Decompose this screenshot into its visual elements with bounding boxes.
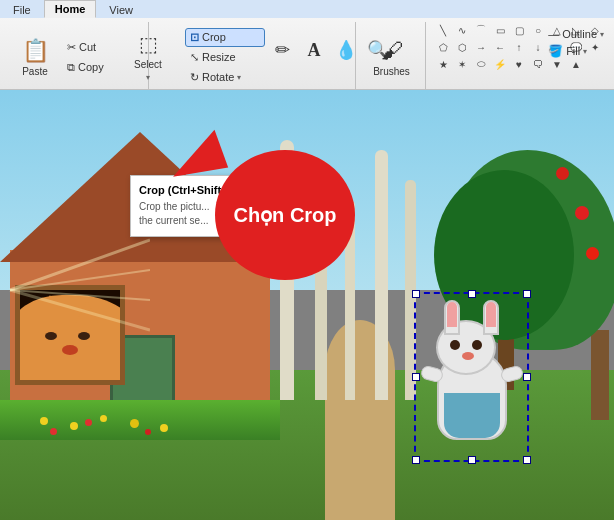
handle-top-right[interactable] bbox=[523, 290, 531, 298]
resize-icon: ⤡ bbox=[190, 51, 199, 64]
pencil-button[interactable]: ✏ bbox=[267, 22, 297, 78]
shape-round-rect[interactable]: ▢ bbox=[510, 22, 528, 38]
tab-view[interactable]: View bbox=[98, 1, 144, 18]
crop-icon: ⊡ bbox=[190, 31, 199, 44]
select-button[interactable]: ⬚ Select ▾ bbox=[113, 31, 183, 83]
ribbon-tab-bar: File Home View bbox=[0, 0, 614, 18]
shape-hexagon[interactable]: ⬡ bbox=[453, 39, 471, 55]
resize-button[interactable]: ⤡ Resize bbox=[185, 48, 265, 67]
shape-rect[interactable]: ▭ bbox=[491, 22, 509, 38]
pencil-icon: ✏ bbox=[275, 39, 290, 61]
callout-text: Chọn Crop bbox=[233, 202, 336, 228]
ribbon: File Home View 📋 Paste ✂ Cut ⧉ Copy bbox=[0, 0, 614, 90]
fill-button[interactable]: 🪣 Fill ▾ bbox=[548, 44, 604, 58]
outline-chevron-icon: ▾ bbox=[600, 30, 604, 39]
select-chevron-icon: ▾ bbox=[146, 73, 150, 82]
cut-icon: ✂ bbox=[67, 41, 76, 54]
select-col: ⬚ Select ▾ bbox=[113, 31, 183, 83]
canvas-area[interactable]: Crop (Ctrl+Shift... Crop the pictu... th… bbox=[0, 90, 614, 520]
cut-label: Cut bbox=[79, 41, 96, 53]
outline-icon: — bbox=[548, 28, 559, 40]
shape-freeform[interactable]: ⌒ bbox=[472, 22, 490, 38]
svg-line-1 bbox=[10, 240, 150, 290]
rotate-icon: ↻ bbox=[190, 71, 199, 84]
text-button[interactable]: A bbox=[299, 22, 329, 78]
handle-top-center[interactable] bbox=[468, 290, 476, 298]
red-callout: Chọn Crop bbox=[215, 150, 355, 280]
shape-star5[interactable]: ★ bbox=[434, 56, 452, 72]
handle-bot-right[interactable] bbox=[523, 456, 531, 464]
handle-mid-left[interactable] bbox=[412, 373, 420, 381]
fill-label: Fill bbox=[566, 45, 580, 57]
shape-line[interactable]: ╲ bbox=[434, 22, 452, 38]
shape-pentagon[interactable]: ⬠ bbox=[434, 39, 452, 55]
crop-button[interactable]: ⊡ Crop bbox=[185, 28, 265, 47]
shape-up-arrow[interactable]: ↑ bbox=[510, 39, 528, 55]
fill-chevron-icon: ▾ bbox=[583, 47, 587, 56]
select-icon: ⬚ bbox=[139, 32, 158, 56]
handle-top-left[interactable] bbox=[412, 290, 420, 298]
tab-home[interactable]: Home bbox=[44, 0, 97, 18]
shape-down-arrow[interactable]: ↓ bbox=[529, 39, 547, 55]
brushes-icon: 🖌 bbox=[381, 38, 403, 64]
copy-label: Copy bbox=[78, 61, 104, 73]
shape-rounded[interactable]: ⬭ bbox=[472, 56, 490, 72]
rotate-button[interactable]: ↻ Rotate ▾ bbox=[185, 68, 265, 87]
handle-bot-left[interactable] bbox=[412, 456, 420, 464]
shape-ellipse[interactable]: ○ bbox=[529, 22, 547, 38]
outline-fill-area: — Outline ▾ 🪣 Fill ▾ bbox=[548, 28, 604, 72]
copy-icon: ⧉ bbox=[67, 61, 75, 74]
fill-icon: 🪣 bbox=[548, 44, 563, 58]
shape-heart[interactable]: ♥ bbox=[510, 56, 528, 72]
resize-label: Resize bbox=[202, 51, 236, 63]
rotate-label: Rotate bbox=[202, 71, 234, 83]
tab-file[interactable]: File bbox=[2, 1, 42, 18]
svg-line-2 bbox=[10, 270, 150, 290]
handle-mid-right[interactable] bbox=[523, 373, 531, 381]
outline-button[interactable]: — Outline ▾ bbox=[548, 28, 604, 40]
light-rays bbox=[0, 190, 150, 390]
crop-col: ⊡ Crop ⤡ Resize ↻ Rotate ▾ bbox=[185, 28, 265, 87]
shape-curve[interactable]: ∿ bbox=[453, 22, 471, 38]
outline-label: Outline bbox=[562, 28, 597, 40]
text-icon: A bbox=[308, 40, 321, 61]
crop-label: Crop bbox=[202, 31, 226, 43]
shape-lightning[interactable]: ⚡ bbox=[491, 56, 509, 72]
shape-left-arrow[interactable]: ← bbox=[491, 39, 509, 55]
paste-label: Paste bbox=[22, 66, 48, 77]
shape-speech-callout[interactable]: 🗨 bbox=[529, 56, 547, 72]
paste-button[interactable]: 📋 Paste bbox=[10, 29, 60, 85]
select-label: Select bbox=[134, 59, 162, 70]
rotate-chevron-icon: ▾ bbox=[237, 73, 241, 82]
colorpicker-button[interactable]: 💧 bbox=[331, 22, 361, 78]
brushes-label: Brushes bbox=[373, 66, 410, 77]
brushes-button[interactable]: 🖌 Brushes bbox=[364, 29, 419, 85]
rabbit-selection-box bbox=[414, 292, 529, 462]
paste-icon: 📋 bbox=[22, 38, 49, 64]
colorpicker-icon: 💧 bbox=[335, 39, 357, 61]
shape-star6[interactable]: ✶ bbox=[453, 56, 471, 72]
shape-right-arrow[interactable]: → bbox=[472, 39, 490, 55]
handle-bot-center[interactable] bbox=[468, 456, 476, 464]
